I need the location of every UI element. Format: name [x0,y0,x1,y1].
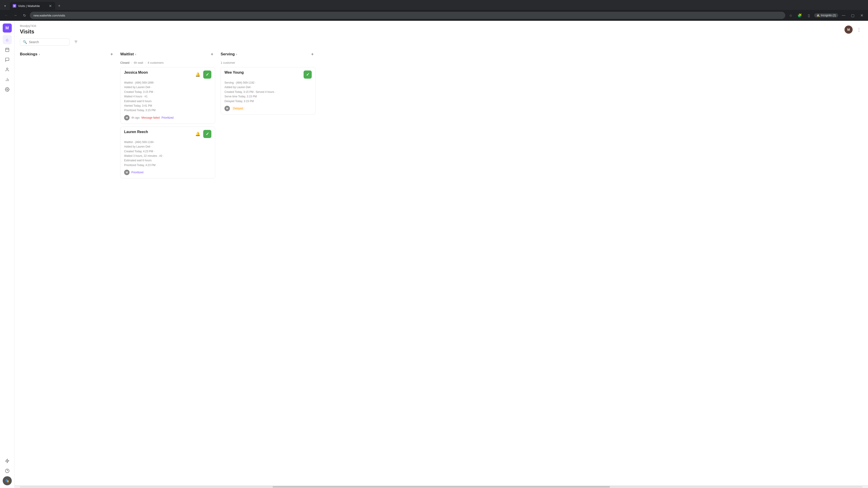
columns-container: Bookings › + Waitlist › + [14,49,868,485]
lauren-detail-5: Estimated wait 6 hours [124,158,211,163]
wee-detail-2: Added by Lauren Deli · [224,85,312,90]
sidebar-item-help[interactable] [3,466,12,475]
waitlist-add-btn[interactable]: + [209,51,215,57]
close-btn[interactable]: ✕ [858,12,865,19]
wee-card-details: Serving · (484) 569-1182 · Added by Laur… [224,80,312,103]
toolbar-actions: ☆ 🧩 ▯ 🕵 Incognito (2) — ▢ ✕ [787,12,865,19]
jessica-card-avatar: M [124,115,129,121]
filter-btn[interactable] [72,38,80,46]
jessica-detail-6: Alerted Today, 3:41 PM [124,103,211,108]
serving-chevron-icon: › [236,53,237,56]
wee-name: Wee Young [224,70,244,74]
new-tab-btn[interactable]: + [56,3,62,9]
address-bar[interactable]: new.waitwhile.com/visits [30,12,785,19]
header-left: Moodjoy7434 Visits [20,24,36,35]
waitlist-column: Waitlist › + Closed · 6h wait · 4 custom… [120,49,215,485]
bottom-scrollbar[interactable] [14,485,868,488]
waitlist-column-title[interactable]: Waitlist › [120,52,136,57]
bookings-content [20,60,115,485]
waitlist-column-header: Waitlist › + [120,49,215,60]
jessica-card-actions: 🔔 ✓ [194,70,211,78]
wee-card-avatar: M [224,106,230,111]
bookmark-btn[interactable]: ☆ [787,12,794,19]
tab-nav-btn[interactable]: ▾ [2,3,8,9]
back-btn[interactable]: ← [3,12,10,19]
jessica-detail-3: Created Today, 3:15 PM · [124,90,211,94]
tab-favicon: M [13,4,16,8]
jessica-detail-5: Estimated wait 6 hours [124,99,211,103]
wee-card-header: Wee Young ✓ [224,70,312,78]
search-input[interactable] [29,40,65,44]
svg-point-8 [6,89,8,90]
lauren-reech-card[interactable]: Lauren Reech 🔔 ✓ Waitlist · (484) 569-11… [120,127,215,178]
sidebar-item-calendar[interactable] [3,45,12,54]
serving-content: 1 customer Wee Young ✓ Serving · (484) 5… [221,60,315,485]
tab-title: Visits | Waitwhile [18,4,46,8]
bookings-column-title[interactable]: Bookings › [20,52,40,57]
lauren-detail-1: Waitlist · (484) 569-1184 · [124,140,211,144]
wee-card-actions: ✓ [304,70,312,78]
browser-toolbar: ← → ↻ new.waitwhile.com/visits ☆ 🧩 ▯ 🕵 I… [0,10,868,21]
serving-column-header: Serving › + [221,49,315,60]
sidebar-item-home[interactable]: ⌂ [3,35,12,44]
serving-add-btn[interactable]: + [309,51,315,57]
header-menu-btn[interactable]: ⋮ [855,26,863,33]
wee-delayed-badge: Delayed [232,106,244,110]
search-bar-row: 🔍 [14,37,868,49]
search-box: 🔍 [20,38,70,46]
wee-young-card[interactable]: Wee Young ✓ Serving · (484) 569-1182 · A… [221,67,315,115]
jessica-check-btn[interactable]: ✓ [203,70,211,78]
sidebar-item-settings[interactable] [3,85,12,94]
jessica-detail-1: Waitlist · (484) 569-1899 · [124,80,211,85]
sidebar-logo[interactable]: M [3,24,12,33]
main-header: Moodjoy7434 Visits M ⋮ [14,21,868,37]
header-avatar[interactable]: M [844,26,852,34]
lauren-detail-3: Created Today, 4:23 PM · [124,149,211,154]
jessica-detail-2: Added by Lauren Deli · [124,85,211,90]
svg-marker-9 [5,459,9,463]
jessica-name: Jessica Moon [124,70,148,74]
lauren-name: Lauren Reech [124,130,148,134]
wee-check-btn[interactable]: ✓ [304,70,312,78]
minimize-btn[interactable]: — [840,12,847,19]
url-text: new.waitwhile.com/visits [33,14,65,17]
forward-btn[interactable]: → [12,12,19,19]
waitlist-chevron-icon: › [135,53,136,56]
bottom-scroll-thumb [273,486,610,488]
jessica-bell-btn[interactable]: 🔔 [194,71,202,78]
sidebar-item-messages[interactable] [3,55,12,64]
lauren-check-btn[interactable]: ✓ [203,130,211,138]
lauren-detail-6: Prioritized Today, 4:23 PM [124,163,211,167]
sidebar-item-quick-actions[interactable] [3,456,12,465]
reload-btn[interactable]: ↻ [21,12,28,19]
bookings-chevron-icon: › [39,53,40,56]
wee-detail-1: Serving · (484) 569-1182 · [224,80,312,85]
sidebar: M ⌂ 🎭 [0,21,14,488]
bookings-column: Bookings › + [20,49,115,485]
lauren-card-footer: M Prioritized [124,170,211,175]
waitlist-title-text: Waitlist [120,52,134,57]
serving-column-title[interactable]: Serving › [221,52,237,57]
wee-detail-4: Serve time Today, 3:15 PM [224,94,312,99]
status-wait-label: 6h wait [134,61,143,64]
lauren-card-avatar: M [124,170,129,175]
incognito-badge: 🕵 Incognito (2) [814,13,838,18]
jessica-card-header: Jessica Moon 🔔 ✓ [124,70,211,78]
sidebar-item-analytics[interactable] [3,75,12,84]
sidebar-user-avatar[interactable]: 🎭 [3,476,12,485]
org-name: Moodjoy7434 [20,24,36,28]
bottom-scroll-bar [20,486,863,488]
incognito-label: Incognito (2) [821,14,836,17]
jessica-moon-card[interactable]: Jessica Moon 🔔 ✓ Waitlist · (484) 569-18… [120,67,215,124]
extensions-btn[interactable]: 🧩 [796,12,803,19]
bookings-add-btn[interactable]: + [108,51,115,57]
sidebar-item-customers[interactable] [3,65,12,74]
lauren-bell-btn[interactable]: 🔔 [194,130,202,138]
serving-column: Serving › + 1 customer Wee Young ✓ [221,49,315,485]
app: M ⌂ 🎭 Moodjoy7434 Visits [0,21,868,488]
active-tab[interactable]: M Visits | Waitwhile ✕ [10,2,55,10]
profile-btn[interactable]: ▯ [805,12,812,19]
lauren-card-details: Waitlist · (484) 569-1184 · Added by Lau… [124,140,211,167]
maximize-btn[interactable]: ▢ [849,12,856,19]
tab-close-btn[interactable]: ✕ [48,4,53,8]
